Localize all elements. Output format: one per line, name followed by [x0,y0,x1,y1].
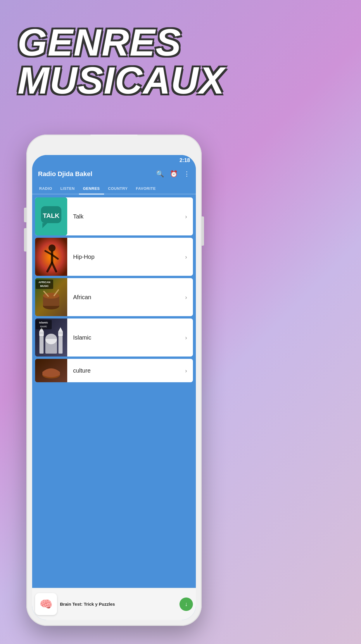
genre-arrow-talk: › [185,213,193,220]
volume-up-button [24,208,26,222]
phone-screen: 2:18 Radio Djida Bakel 🔍 ⏰ ⋮ RADIO LISTE… [32,155,196,620]
genre-thumb-culture [35,359,67,382]
ad-download-button[interactable]: ↓ [179,597,193,611]
notch [91,135,137,143]
svg-rect-21 [39,335,44,354]
power-button [202,216,204,246]
app-header: Radio Djida Bakel 🔍 ⏰ ⋮ [32,166,196,182]
volume-down-button [24,228,26,252]
svg-rect-22 [39,332,44,336]
genre-item-islamic[interactable]: Islamic music Islamic › [35,318,193,357]
alarm-icon[interactable]: ⏰ [170,170,178,178]
svg-rect-25 [58,332,63,336]
genre-item-hiphop[interactable]: Hip-Hop › [35,238,193,276]
ad-icon: 🧠 [35,593,57,615]
genre-thumb-talk: TALK [35,197,67,235]
genres-list: TALK Talk › [32,194,196,385]
tabs-bar: RADIO LISTEN GENRES COUNTRY FAVORITE [32,182,196,194]
ad-text: Brain Test: Trick y Puzzles [60,601,177,607]
hiphop-thumb-svg [35,238,67,276]
svg-text:music: music [40,325,47,328]
svg-text:TALK: TALK [43,212,59,219]
tab-listen[interactable]: LISTEN [56,182,79,194]
islamic-thumb-svg: Islamic music [35,318,67,357]
genre-arrow-islamic: › [185,334,193,341]
culture-thumb-svg [35,359,67,382]
genre-item-talk[interactable]: TALK Talk › [35,197,193,235]
ad-title: Brain Test: Trick y Puzzles [60,601,177,607]
search-icon[interactable]: 🔍 [156,170,164,178]
genre-thumb-african: AFRICAN MUSIC [35,278,67,316]
app-title: Radio Djida Bakel [38,170,92,178]
phone-mockup: 2:18 Radio Djida Bakel 🔍 ⏰ ⋮ RADIO LISTE… [26,135,202,632]
svg-point-28 [45,334,57,344]
genre-name-african: African [67,294,185,301]
genre-name-hiphop: Hip-Hop [67,254,185,260]
genre-arrow-hiphop: › [185,254,193,260]
tab-genres[interactable]: GENRES [79,182,104,194]
genre-arrow-culture: › [185,367,193,374]
page-title-section: GENRES MUSICAUX [0,0,361,111]
talk-thumb-svg: TALK [35,197,67,235]
svg-text:MUSIC: MUSIC [40,285,49,287]
svg-text:AFRICAN: AFRICAN [39,281,51,284]
ad-banner[interactable]: 🧠 Brain Test: Trick y Puzzles ↓ [32,588,196,620]
genre-item-culture[interactable]: culture › [35,359,193,382]
genre-thumb-islamic: Islamic music [35,318,67,357]
svg-text:Islamic: Islamic [39,321,48,324]
page-title: GENRES MUSICAUX [18,23,343,99]
genre-thumb-hiphop [35,238,67,276]
tab-favorite[interactable]: FAVORITE [132,182,160,194]
genre-name-talk: Talk [67,213,185,220]
notch-area [32,140,196,155]
svg-rect-24 [58,335,63,354]
genre-name-culture: culture [67,367,185,374]
status-bar: 2:18 [32,155,196,166]
tab-radio[interactable]: RADIO [35,182,56,194]
african-thumb-svg: AFRICAN MUSIC [35,278,67,316]
genre-arrow-african: › [185,294,193,301]
header-icons: 🔍 ⏰ ⋮ [156,170,190,178]
genre-name-islamic: Islamic [67,334,185,341]
tab-country[interactable]: COUNTRY [104,182,132,194]
more-options-icon[interactable]: ⋮ [184,170,190,178]
genre-item-african[interactable]: AFRICAN MUSIC African › [35,278,193,316]
time-display: 2:18 [179,157,190,163]
phone-shell: 2:18 Radio Djida Bakel 🔍 ⏰ ⋮ RADIO LISTE… [26,135,202,626]
